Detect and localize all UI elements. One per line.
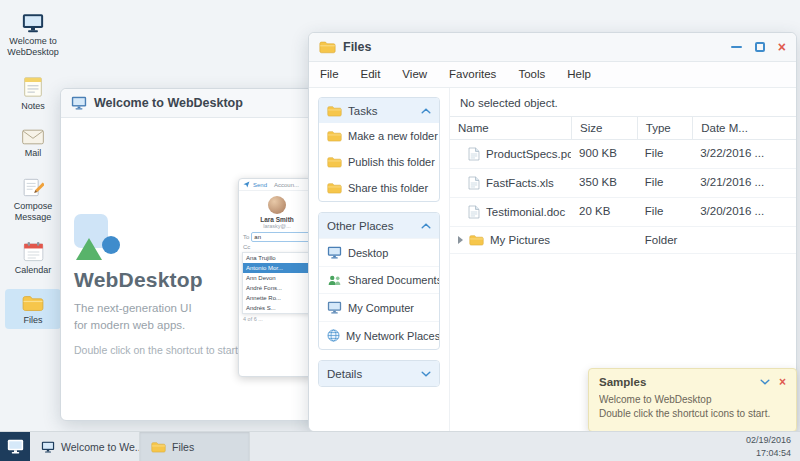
column-header-type[interactable]: Type [637,117,692,139]
task-label: Share this folder [348,182,428,194]
mail-icon [7,129,59,145]
shortcut-compose-message[interactable]: Compose Message [5,172,61,227]
task-make-new-folder[interactable]: Make a new folder [319,123,439,149]
shortcut-welcome[interactable]: Welcome to WebDesktop [5,8,61,62]
menu-favorites[interactable]: Favorites [438,62,507,87]
taskbar-button-label: Welcome to We... [61,441,140,453]
table-row[interactable]: FastFacts.xls 350 KB File 3/21/2016 ... [450,169,796,198]
other-places-header[interactable]: Other Places [319,213,439,238]
contact-name: Lara Smith [239,216,315,223]
samples-text: Welcome to WebDesktop [599,394,786,405]
window-title: Files [343,40,372,54]
task-label: Make a new folder [348,130,438,142]
table-row[interactable]: Testimonial.doc 20 KB File 3/20/2016 ... [450,198,796,227]
chevron-up-icon[interactable] [421,108,431,114]
window-title: Welcome to WebDesktop [94,96,243,110]
taskbar-button-files[interactable]: Files [140,432,250,461]
column-header-size[interactable]: Size [571,117,637,139]
monitor-icon [41,441,55,453]
folder-icon [327,182,342,194]
cell-name: FastFacts.xls [450,169,571,197]
files-titlebar[interactable]: Files × [309,33,796,62]
menu-help[interactable]: Help [556,62,602,87]
cell-type: File [637,169,692,197]
desktop-shortcuts: Welcome to WebDesktop Notes Mail Compose… [4,8,62,329]
mini-compose-preview: Send Accoun... Lara Smith larasky@... To… [238,178,316,377]
file-icon [468,205,480,219]
list-item-selected: Antonio Mor... [243,263,311,273]
table-row[interactable]: My Pictures Folder [450,227,796,254]
shortcut-label: Notes [7,101,59,112]
place-shared-documents[interactable]: Shared Documents [319,266,439,293]
shortcut-notes[interactable]: Notes [5,71,61,116]
selection-status: No selected object. [450,88,796,116]
tasks-panel-header[interactable]: Tasks [319,98,439,123]
samples-notification: Samples × Welcome to WebDesktop Double c… [588,368,797,432]
list-item: Ana Trujillo [243,253,311,263]
start-button[interactable] [0,432,30,461]
folder-icon [7,294,59,312]
samples-controls: × [760,376,786,388]
chevron-down-icon[interactable] [760,379,770,385]
table-header: Name Size Type Date M... [450,116,796,140]
task-label: Publish this folder [348,156,435,168]
shortcut-files[interactable]: Files [5,289,61,330]
details-panel-header[interactable]: Details [319,361,439,386]
welcome-hint: Double click on the shortcut to start. [74,344,241,356]
contact-suggestion-list: Ana Trujillo Antonio Mor... Ann Devon An… [242,252,312,314]
shortcut-calendar[interactable]: Calendar [5,236,61,280]
cell-type: File [637,198,692,226]
chevron-down-icon[interactable] [421,371,431,377]
minimize-button[interactable] [731,46,742,48]
clock-time: 17:04:54 [746,447,791,459]
task-share-folder[interactable]: Share this folder [319,175,439,201]
shortcut-label: Compose Message [7,201,59,223]
monitor-icon [71,96,87,110]
close-icon[interactable]: × [779,376,786,388]
network-places-icon [327,329,340,342]
cell-type: File [637,140,692,168]
table-row[interactable]: ProductSpecs.pdf 900 KB File 3/22/2016 .… [450,140,796,169]
account-tab: Accoun... [274,182,299,188]
list-item: Andrés S... [243,303,311,313]
cell-name: Testimonial.doc [450,198,571,226]
place-my-computer[interactable]: My Computer [319,293,439,321]
other-places-panel: Other Places Desktop Shared Documents My… [318,212,440,350]
desktop: Welcome to WebDesktop Notes Mail Compose… [0,0,800,461]
samples-header: Samples × [599,376,786,388]
mini-toolbar: Send Accoun... [239,179,315,191]
menu-edit[interactable]: Edit [350,62,392,87]
file-icon [468,147,480,161]
chevron-up-icon[interactable] [421,223,431,229]
taskbar: Welcome to We... Files 02/19/2016 17:04:… [0,431,800,461]
folder-icon [327,130,342,142]
place-label: My Network Places [346,330,439,342]
place-desktop[interactable]: Desktop [319,238,439,266]
cell-date: 3/20/2016 ... [692,198,796,226]
tasks-panel: Tasks Make a new folder Publish this fol… [318,97,440,202]
send-icon [243,181,250,188]
menu-file[interactable]: File [309,62,350,87]
calendar-icon [7,241,59,262]
to-label: To [243,234,249,240]
list-item: Annette Ro... [243,293,311,303]
column-header-name[interactable]: Name [450,117,571,139]
panel-title: Details [327,368,362,380]
menu-view[interactable]: View [391,62,438,87]
expand-caret-icon[interactable] [458,236,463,244]
cell-date: 3/22/2016 ... [692,140,796,168]
cell-size [571,227,637,253]
files-side-panel: Tasks Make a new folder Publish this fol… [309,88,450,431]
place-label: Shared Documents [348,274,439,286]
cell-name: ProductSpecs.pdf [450,140,571,168]
task-publish-folder[interactable]: Publish this folder [319,149,439,175]
menu-tools[interactable]: Tools [507,62,556,87]
shortcut-mail[interactable]: Mail [5,124,61,163]
maximize-button[interactable] [755,42,765,52]
close-button[interactable]: × [778,40,786,54]
app-name: WebDesktop [74,268,203,292]
details-panel: Details [318,360,440,387]
taskbar-button-welcome[interactable]: Welcome to We... [30,432,140,461]
column-header-date[interactable]: Date M... [692,117,796,139]
place-my-network-places[interactable]: My Network Places [319,321,439,349]
